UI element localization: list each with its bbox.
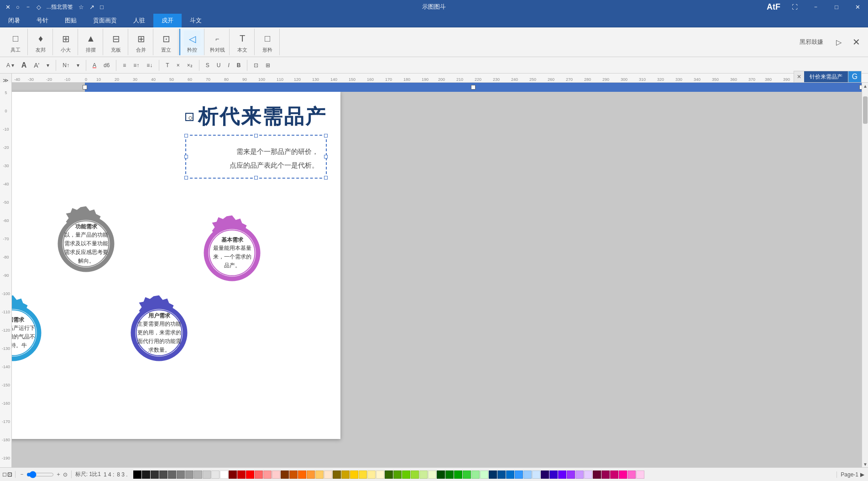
fill-icon[interactable]: ⊟ (108, 31, 124, 47)
color-swatch[interactable] (359, 470, 367, 479)
color-swatch[interactable] (151, 470, 159, 479)
color-swatch[interactable] (393, 470, 402, 479)
color-swatch[interactable] (489, 470, 497, 479)
color-swatch[interactable] (541, 470, 549, 479)
color-swatch[interactable] (203, 470, 211, 479)
color-swatch[interactable] (428, 470, 436, 479)
color-swatch[interactable] (133, 470, 141, 479)
line-height-btn[interactable]: N↑ (60, 61, 72, 69)
menu-view[interactable]: 图贴 (57, 14, 85, 27)
color-swatch[interactable] (307, 470, 315, 479)
color-swatch[interactable] (237, 470, 246, 479)
menu-close[interactable]: 闭暑 (0, 14, 28, 27)
color-swatch[interactable] (289, 470, 298, 479)
menu-open[interactable]: 戍开 (153, 14, 182, 27)
position-icon[interactable]: ⊡ (158, 31, 174, 47)
scroll-up-btn[interactable]: ▲ (862, 83, 868, 89)
square-icon[interactable]: □ (98, 4, 105, 11)
gear-blue[interactable]: 数据需求以最本品产运行下去及以用的气品不够独特。牛 (12, 291, 55, 375)
color-swatch[interactable] (463, 470, 471, 479)
gear-purple[interactable]: 基本需求最量能用本基量来，一个需求的品产。 (190, 211, 274, 295)
color-swatch[interactable] (298, 470, 306, 479)
color-swatch[interactable] (471, 470, 480, 479)
page-icon[interactable]: □ (3, 471, 6, 478)
view-icon[interactable]: ⊡ (7, 471, 12, 478)
color-swatch[interactable] (419, 470, 428, 479)
zoom-out-btn[interactable]: － (19, 470, 25, 478)
menu-page[interactable]: 贡面画贡 (85, 14, 125, 27)
font-dropdown[interactable]: A ▾ (4, 61, 17, 69)
color-swatch[interactable] (558, 470, 566, 479)
color-swatch[interactable] (185, 470, 193, 479)
outdent-btn[interactable]: ≡↓ (144, 61, 155, 69)
resize-handle-tl[interactable] (83, 85, 87, 90)
scrollbar-vertical[interactable]: ▲ ▼ (862, 83, 868, 467)
scrollbar-thumb[interactable] (863, 96, 868, 124)
handle-mr[interactable] (324, 155, 328, 159)
resize-handle-tc[interactable] (471, 85, 476, 90)
superscript-btn[interactable]: × (174, 61, 183, 69)
handle-bl[interactable] (184, 176, 188, 180)
color-swatch[interactable] (142, 470, 150, 479)
color-swatch[interactable] (315, 470, 324, 479)
color-swatch[interactable] (177, 470, 185, 479)
color-swatch[interactable] (515, 470, 523, 479)
color-swatch[interactable] (281, 470, 289, 479)
menu-edit[interactable]: 号针 (28, 14, 57, 27)
arrange-icon[interactable]: ▲ (83, 31, 99, 47)
line-height-dropdown[interactable]: ▾ (74, 61, 82, 69)
menu-insert[interactable]: 人驻 (125, 14, 153, 27)
color-swatch[interactable] (532, 470, 540, 479)
bold-btn[interactable]: B (234, 61, 244, 69)
align-left-btn[interactable]: ≡ (120, 61, 129, 69)
color-swatch[interactable] (506, 470, 514, 479)
color-swatch[interactable] (324, 470, 332, 479)
handle-ml[interactable] (184, 155, 188, 159)
color-swatch[interactable] (385, 470, 393, 479)
color-swatch[interactable] (229, 470, 237, 479)
play-icon[interactable]: ▷ (831, 34, 847, 50)
handle-tr[interactable] (324, 134, 328, 137)
minimize-window-btn[interactable]: － (805, 0, 826, 14)
color-swatch[interactable] (246, 470, 254, 479)
highlight-btn[interactable]: d6 (101, 61, 112, 69)
color-swatch[interactable] (194, 470, 202, 479)
color-swatch[interactable] (367, 470, 376, 479)
underline-btn[interactable]: U (214, 61, 224, 69)
color-swatch[interactable] (601, 470, 610, 479)
font-size-btn[interactable]: A (19, 60, 30, 70)
shape-icon[interactable]: □ (259, 31, 276, 47)
italic-btn[interactable]: I (225, 61, 232, 69)
expand-palette-btn[interactable]: ▶ (860, 471, 864, 478)
restore-btn[interactable]: □ (826, 0, 847, 14)
color-swatch[interactable] (627, 470, 636, 479)
color-swatch[interactable] (549, 470, 558, 479)
handle-tc[interactable] (254, 134, 258, 137)
color-swatch[interactable] (593, 470, 601, 479)
color-swatch[interactable] (159, 470, 167, 479)
handle-bc[interactable] (254, 176, 258, 180)
subscript-btn[interactable]: ×₂ (184, 61, 195, 69)
color-swatch[interactable] (272, 470, 280, 479)
pattern-btn[interactable]: 黑邪鼓嫌 (797, 37, 826, 47)
table-btn[interactable]: ⊡ (251, 61, 261, 69)
star-icon[interactable]: ☆ (77, 4, 86, 11)
handle-tl[interactable] (184, 134, 188, 137)
arrow-icon[interactable]: ↗ (88, 4, 96, 11)
color-swatch[interactable] (376, 470, 384, 479)
color-swatch[interactable] (636, 470, 644, 479)
color-swatch[interactable] (480, 470, 488, 479)
gear-indigo[interactable]: 用户需求主要需要用的功能更的用，来需求的面代行用的功能需求数量。 (117, 291, 201, 375)
color-swatch[interactable] (333, 470, 341, 479)
control-icon[interactable]: ◁ (184, 31, 200, 47)
color-swatch[interactable] (411, 470, 419, 479)
zoom-in-btn[interactable]: ＋ (56, 470, 61, 478)
handle-br[interactable] (324, 176, 328, 180)
color-swatch[interactable] (454, 470, 462, 479)
expand-icon[interactable]: ⛶ (784, 0, 805, 14)
color-swatch[interactable] (610, 470, 618, 479)
merge-icon[interactable]: ⊞ (133, 31, 149, 47)
menu-text[interactable]: 斗文 (182, 14, 210, 27)
color-swatch[interactable] (575, 470, 584, 479)
canvas-area[interactable]: ○ 析代来需品产 需来是个一那品产的研价， 点应的品产表 (12, 83, 862, 467)
